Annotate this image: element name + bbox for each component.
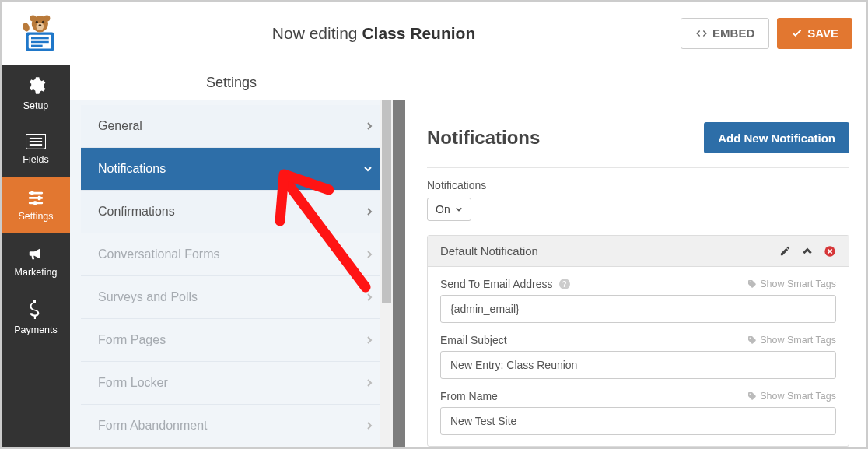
rail-label: Setup	[23, 100, 49, 111]
notifications-panel: Notifications Add New Notification Notif…	[393, 100, 866, 447]
svg-point-12	[22, 22, 31, 32]
code-icon	[695, 28, 708, 39]
settings-item-label: Surveys and Polls	[98, 290, 198, 304]
settings-item-label: Notifications	[98, 162, 166, 176]
svg-rect-17	[29, 192, 43, 195]
tag-icon	[747, 279, 757, 289]
settings-item-label: Conversational Forms	[98, 247, 220, 261]
svg-rect-3	[31, 40, 49, 42]
smart-tags-label: Show Smart Tags	[760, 335, 836, 346]
svg-point-8	[37, 23, 44, 30]
chevron-right-icon	[366, 293, 373, 302]
chevron-down-icon	[363, 166, 373, 172]
svg-rect-4	[31, 44, 43, 46]
save-button[interactable]: SAVE	[777, 18, 852, 49]
field-subject: Email Subject Show Smart Tags	[440, 334, 836, 379]
settings-item-label: Form Pages	[98, 333, 166, 347]
notification-card: Default Notification Send To Email Addre…	[427, 235, 849, 447]
settings-item-form-locker[interactable]: Form Locker	[81, 362, 388, 405]
settings-item-surveys[interactable]: Surveys and Polls	[81, 276, 388, 319]
edit-icon[interactable]	[779, 245, 791, 257]
right-column: Notifications Add New Notification Notif…	[393, 65, 866, 447]
svg-rect-2	[31, 37, 49, 38]
smart-tags-toggle[interactable]: Show Smart Tags	[747, 279, 836, 289]
add-notification-button[interactable]: Add New Notification	[704, 122, 849, 153]
editing-header: Now editing Class Reunion	[67, 24, 681, 43]
embed-label: EMBED	[712, 26, 754, 40]
rail-label: Fields	[23, 154, 48, 165]
svg-point-7	[44, 15, 50, 21]
svg-point-11	[39, 24, 42, 26]
field-from-name: From Name Show Smart Tags	[440, 390, 836, 435]
from-name-input[interactable]	[440, 407, 836, 435]
scrollbar-thumb[interactable]	[382, 100, 391, 303]
embed-button[interactable]: EMBED	[681, 18, 769, 49]
settings-item-form-abandonment[interactable]: Form Abandonment	[81, 405, 388, 447]
rail-label: Payments	[14, 324, 58, 335]
help-icon[interactable]: ?	[559, 279, 570, 289]
smart-tags-label: Show Smart Tags	[760, 279, 836, 289]
subject-label: Email Subject	[440, 334, 507, 346]
save-label: SAVE	[807, 26, 838, 40]
settings-item-general[interactable]: General	[81, 105, 388, 148]
smart-tags-label: Show Smart Tags	[760, 391, 836, 402]
notifications-toggle[interactable]: On	[427, 198, 471, 221]
smart-tags-toggle[interactable]: Show Smart Tags	[747, 335, 836, 346]
editing-form-name: Class Reunion	[362, 24, 475, 42]
rail-item-payments[interactable]: Payments	[2, 289, 70, 346]
sliders-icon	[26, 189, 46, 206]
tag-icon	[747, 391, 757, 401]
gear-icon	[26, 75, 46, 96]
svg-point-6	[30, 15, 36, 21]
logo	[16, 13, 67, 54]
dollar-icon	[28, 300, 44, 320]
editing-prefix: Now editing	[272, 24, 358, 42]
settings-list-column: Settings General Notifications Confirmat…	[70, 65, 393, 447]
app-logo-icon	[21, 13, 61, 54]
svg-rect-20	[31, 191, 34, 195]
tag-icon	[747, 335, 757, 345]
settings-item-label: General	[98, 119, 142, 133]
chevron-right-icon	[366, 207, 373, 216]
settings-list: General Notifications Confirmations Conv…	[70, 100, 393, 447]
from-name-label: From Name	[440, 390, 498, 402]
rail-item-fields[interactable]: Fields	[2, 121, 70, 177]
settings-item-conversational[interactable]: Conversational Forms	[81, 233, 388, 276]
svg-point-10	[42, 20, 44, 23]
settings-item-form-pages[interactable]: Form Pages	[81, 319, 388, 362]
settings-header-right	[393, 65, 866, 100]
chevron-right-icon	[366, 250, 373, 259]
notification-card-header: Default Notification	[428, 236, 849, 267]
notification-card-title: Default Notification	[440, 244, 538, 258]
scrollbar[interactable]	[380, 100, 393, 447]
send-to-input[interactable]	[440, 295, 836, 323]
settings-item-confirmations[interactable]: Confirmations	[81, 191, 388, 233]
rail-item-marketing[interactable]: Marketing	[2, 233, 70, 289]
settings-item-label: Form Locker	[98, 376, 168, 390]
send-to-label: Send To Email Address	[440, 278, 553, 290]
settings-header-left: Settings	[70, 65, 393, 100]
rail-label: Settings	[18, 211, 53, 222]
left-rail: Setup Fields Settings Marketing Payments	[2, 65, 70, 447]
top-bar: Now editing Class Reunion EMBED SAVE	[2, 2, 866, 65]
rail-item-setup[interactable]: Setup	[2, 65, 70, 121]
rail-label: Marketing	[15, 267, 58, 278]
collapse-icon[interactable]	[802, 247, 813, 255]
svg-rect-22	[33, 201, 37, 205]
panel-title: Notifications	[427, 127, 540, 149]
notifications-toggle-label: Notifications	[427, 179, 849, 191]
notifications-toggle-value: On	[436, 203, 450, 216]
delete-icon[interactable]	[824, 245, 836, 258]
chevron-right-icon	[366, 121, 373, 131]
bullhorn-icon	[26, 245, 46, 262]
chevron-right-icon	[366, 335, 373, 345]
settings-item-notifications[interactable]: Notifications	[81, 148, 388, 191]
settings-item-label: Form Abandonment	[98, 419, 208, 433]
subject-input[interactable]	[440, 351, 836, 379]
smart-tags-toggle[interactable]: Show Smart Tags	[747, 391, 836, 402]
rail-item-settings[interactable]: Settings	[2, 177, 70, 233]
field-send-to: Send To Email Address ? Show Smart Tags	[440, 278, 836, 323]
chevron-down-icon	[455, 206, 463, 212]
chevron-right-icon	[366, 421, 373, 430]
list-icon	[26, 134, 46, 149]
